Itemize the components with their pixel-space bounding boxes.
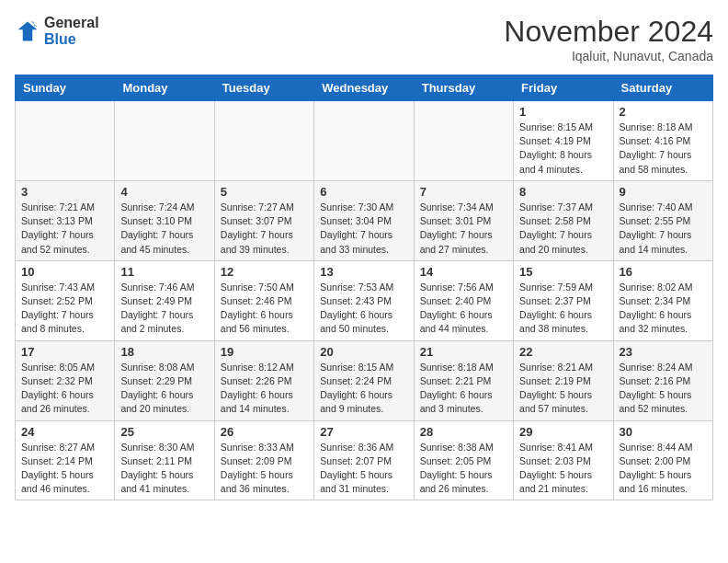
day-header-saturday: Saturday — [613, 75, 712, 101]
cell-info: Sunrise: 7:43 AMSunset: 2:52 PMDaylight:… — [21, 281, 108, 337]
calendar-cell: 15Sunrise: 7:59 AMSunset: 2:37 PMDayligh… — [514, 260, 613, 340]
day-header-thursday: Thursday — [414, 75, 513, 101]
calendar-table: SundayMondayTuesdayWednesdayThursdayFrid… — [15, 75, 713, 500]
calendar-cell: 21Sunrise: 8:18 AMSunset: 2:21 PMDayligh… — [414, 340, 513, 420]
date-number: 27 — [320, 425, 407, 439]
logo-text: General Blue — [44, 15, 99, 47]
calendar-cell: 8Sunrise: 7:37 AMSunset: 2:58 PMDaylight… — [514, 180, 613, 260]
cell-info: Sunrise: 7:50 AMSunset: 2:46 PMDaylight:… — [221, 281, 308, 337]
calendar-week-4: 17Sunrise: 8:05 AMSunset: 2:32 PMDayligh… — [16, 340, 713, 420]
location-title: Iqaluit, Nunavut, Canada — [504, 49, 713, 63]
day-header-sunday: Sunday — [16, 75, 115, 101]
day-header-tuesday: Tuesday — [214, 75, 313, 101]
calendar-cell: 17Sunrise: 8:05 AMSunset: 2:32 PMDayligh… — [16, 340, 115, 420]
calendar-cell — [314, 101, 414, 181]
cell-info: Sunrise: 7:53 AMSunset: 2:43 PMDaylight:… — [320, 281, 407, 337]
cell-info: Sunrise: 8:15 AMSunset: 4:19 PMDaylight:… — [519, 121, 607, 177]
date-number: 29 — [519, 425, 607, 439]
cell-info: Sunrise: 8:05 AMSunset: 2:32 PMDaylight:… — [21, 361, 108, 417]
date-number: 12 — [221, 265, 308, 279]
calendar-cell: 13Sunrise: 7:53 AMSunset: 2:43 PMDayligh… — [314, 260, 414, 340]
cell-info: Sunrise: 8:41 AMSunset: 2:03 PMDaylight:… — [519, 441, 607, 497]
cell-info: Sunrise: 7:56 AMSunset: 2:40 PMDaylight:… — [420, 281, 507, 337]
date-number: 9 — [620, 185, 707, 199]
date-number: 13 — [320, 265, 407, 279]
calendar-cell: 27Sunrise: 8:36 AMSunset: 2:07 PMDayligh… — [314, 420, 414, 500]
cell-info: Sunrise: 8:27 AMSunset: 2:14 PMDaylight:… — [21, 441, 108, 497]
cell-info: Sunrise: 8:15 AMSunset: 2:24 PMDaylight:… — [320, 361, 407, 417]
date-number: 26 — [221, 425, 308, 439]
calendar-week-1: 1Sunrise: 8:15 AMSunset: 4:19 PMDaylight… — [16, 101, 713, 181]
calendar-cell: 9Sunrise: 7:40 AMSunset: 2:55 PMDaylight… — [613, 180, 712, 260]
cell-info: Sunrise: 8:24 AMSunset: 2:16 PMDaylight:… — [620, 361, 707, 417]
calendar-week-3: 10Sunrise: 7:43 AMSunset: 2:52 PMDayligh… — [16, 260, 713, 340]
date-number: 23 — [620, 345, 707, 359]
calendar-cell: 5Sunrise: 7:27 AMSunset: 3:07 PMDaylight… — [214, 180, 313, 260]
day-header-friday: Friday — [514, 75, 613, 101]
cell-info: Sunrise: 8:33 AMSunset: 2:09 PMDaylight:… — [221, 441, 308, 497]
date-number: 25 — [120, 425, 208, 439]
calendar-cell — [16, 101, 115, 181]
calendar-cell — [115, 101, 214, 181]
calendar-cell: 3Sunrise: 7:21 AMSunset: 3:13 PMDaylight… — [16, 180, 115, 260]
date-number: 8 — [519, 185, 607, 199]
date-number: 7 — [420, 185, 507, 199]
calendar-week-5: 24Sunrise: 8:27 AMSunset: 2:14 PMDayligh… — [16, 420, 713, 500]
cell-info: Sunrise: 7:46 AMSunset: 2:49 PMDaylight:… — [120, 281, 208, 337]
cell-info: Sunrise: 8:30 AMSunset: 2:11 PMDaylight:… — [120, 441, 208, 497]
header-row: SundayMondayTuesdayWednesdayThursdayFrid… — [16, 75, 713, 101]
logo-icon — [15, 18, 40, 44]
date-number: 22 — [519, 345, 607, 359]
logo: General Blue — [15, 15, 99, 47]
calendar-cell: 11Sunrise: 7:46 AMSunset: 2:49 PMDayligh… — [115, 260, 214, 340]
page-header: General Blue November 2024 Iqaluit, Nuna… — [15, 15, 713, 63]
date-number: 24 — [21, 425, 108, 439]
date-number: 10 — [21, 265, 108, 279]
calendar-cell: 26Sunrise: 8:33 AMSunset: 2:09 PMDayligh… — [214, 420, 313, 500]
calendar-cell: 2Sunrise: 8:18 AMSunset: 4:16 PMDaylight… — [613, 101, 712, 181]
cell-info: Sunrise: 8:18 AMSunset: 4:16 PMDaylight:… — [620, 121, 707, 177]
cell-info: Sunrise: 7:34 AMSunset: 3:01 PMDaylight:… — [420, 201, 507, 257]
month-title: November 2024 — [504, 15, 713, 49]
cell-info: Sunrise: 8:21 AMSunset: 2:19 PMDaylight:… — [519, 361, 607, 417]
date-number: 6 — [320, 185, 407, 199]
date-number: 16 — [620, 265, 707, 279]
date-number: 21 — [420, 345, 507, 359]
date-number: 15 — [519, 265, 607, 279]
date-number: 2 — [620, 105, 707, 119]
cell-info: Sunrise: 7:40 AMSunset: 2:55 PMDaylight:… — [620, 201, 707, 257]
date-number: 11 — [120, 265, 208, 279]
calendar-cell: 10Sunrise: 7:43 AMSunset: 2:52 PMDayligh… — [16, 260, 115, 340]
date-number: 17 — [21, 345, 108, 359]
calendar-cell: 24Sunrise: 8:27 AMSunset: 2:14 PMDayligh… — [16, 420, 115, 500]
calendar-cell: 16Sunrise: 8:02 AMSunset: 2:34 PMDayligh… — [613, 260, 712, 340]
cell-info: Sunrise: 7:30 AMSunset: 3:04 PMDaylight:… — [320, 201, 407, 257]
cell-info: Sunrise: 7:59 AMSunset: 2:37 PMDaylight:… — [519, 281, 607, 337]
cell-info: Sunrise: 8:44 AMSunset: 2:00 PMDaylight:… — [620, 441, 707, 497]
calendar-week-2: 3Sunrise: 7:21 AMSunset: 3:13 PMDaylight… — [16, 180, 713, 260]
calendar-cell: 18Sunrise: 8:08 AMSunset: 2:29 PMDayligh… — [115, 340, 214, 420]
date-number: 28 — [420, 425, 507, 439]
calendar-cell: 22Sunrise: 8:21 AMSunset: 2:19 PMDayligh… — [514, 340, 613, 420]
calendar-cell: 14Sunrise: 7:56 AMSunset: 2:40 PMDayligh… — [414, 260, 513, 340]
date-number: 1 — [519, 105, 607, 119]
calendar-cell: 4Sunrise: 7:24 AMSunset: 3:10 PMDaylight… — [115, 180, 214, 260]
date-number: 18 — [120, 345, 208, 359]
calendar-cell: 30Sunrise: 8:44 AMSunset: 2:00 PMDayligh… — [613, 420, 712, 500]
calendar-cell: 25Sunrise: 8:30 AMSunset: 2:11 PMDayligh… — [115, 420, 214, 500]
calendar-cell: 23Sunrise: 8:24 AMSunset: 2:16 PMDayligh… — [613, 340, 712, 420]
cell-info: Sunrise: 7:21 AMSunset: 3:13 PMDaylight:… — [21, 201, 108, 257]
cell-info: Sunrise: 8:12 AMSunset: 2:26 PMDaylight:… — [221, 361, 308, 417]
calendar-cell: 6Sunrise: 7:30 AMSunset: 3:04 PMDaylight… — [314, 180, 414, 260]
date-number: 5 — [221, 185, 308, 199]
date-number: 30 — [620, 425, 707, 439]
cell-info: Sunrise: 8:02 AMSunset: 2:34 PMDaylight:… — [620, 281, 707, 337]
logo-blue-text: Blue — [44, 31, 99, 48]
cell-info: Sunrise: 7:37 AMSunset: 2:58 PMDaylight:… — [519, 201, 607, 257]
calendar-cell: 29Sunrise: 8:41 AMSunset: 2:03 PMDayligh… — [514, 420, 613, 500]
calendar-cell: 1Sunrise: 8:15 AMSunset: 4:19 PMDaylight… — [514, 101, 613, 181]
date-number: 3 — [21, 185, 108, 199]
calendar-cell: 7Sunrise: 7:34 AMSunset: 3:01 PMDaylight… — [414, 180, 513, 260]
cell-info: Sunrise: 7:24 AMSunset: 3:10 PMDaylight:… — [120, 201, 208, 257]
title-block: November 2024 Iqaluit, Nunavut, Canada — [504, 15, 713, 63]
